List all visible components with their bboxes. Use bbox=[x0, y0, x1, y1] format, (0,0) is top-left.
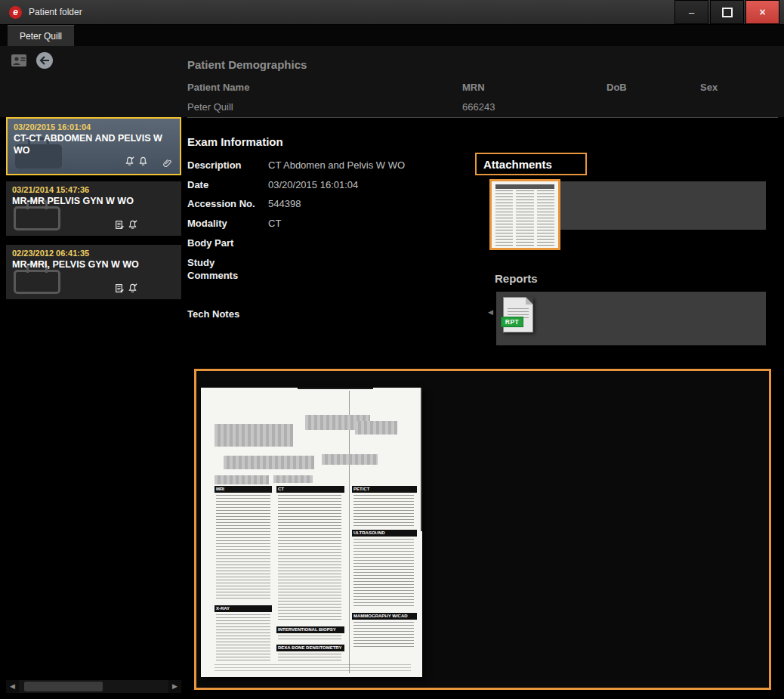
blur-region bbox=[215, 475, 269, 484]
scan-artifact-line bbox=[298, 388, 373, 389]
doc-section-header: DEXA BONE DENSITOMETRY bbox=[276, 645, 344, 651]
doc-text-lines bbox=[278, 636, 341, 642]
demo-value-patient-name: Peter Quill bbox=[187, 101, 233, 113]
demo-header-sex: Sex bbox=[700, 82, 718, 93]
close-icon: × bbox=[759, 6, 765, 18]
scrollbar-thumb[interactable] bbox=[24, 682, 103, 691]
notes-icon bbox=[114, 220, 124, 230]
demo-header-dob: DoB bbox=[607, 82, 627, 93]
study-item[interactable]: 02/23/2012 06:41:35 MR-MRI, PELVIS GYN W… bbox=[6, 245, 181, 299]
window-title: Patient folder bbox=[29, 7, 82, 17]
doc-text-lines bbox=[353, 495, 414, 527]
attachments-title-box: Attachments bbox=[475, 153, 587, 175]
maximize-button[interactable] bbox=[710, 0, 744, 24]
study-name: MR-MRI, PELVIS GYN W WO bbox=[12, 259, 172, 271]
back-arrow-icon bbox=[39, 56, 50, 65]
study-date: 03/20/2015 16:01:04 bbox=[14, 122, 91, 131]
doc-text-lines bbox=[278, 495, 341, 622]
field-label-study-comments: Study Comments bbox=[187, 257, 263, 283]
study-date: 03/21/2014 15:47:36 bbox=[12, 185, 89, 194]
attachments-title: Attachments bbox=[483, 158, 552, 171]
doc-section-header: MRI bbox=[215, 486, 272, 493]
doc-section-header: INTERVENTIONAL BIOPSY bbox=[276, 626, 344, 633]
bell-check-icon bbox=[128, 220, 137, 230]
doc-section-header: CT bbox=[276, 486, 344, 493]
patient-card-icon bbox=[11, 53, 27, 68]
blur-region bbox=[273, 475, 313, 483]
study-status-icons bbox=[114, 283, 137, 293]
paperclip-icon bbox=[163, 158, 172, 168]
doc-section-header: PET/CT bbox=[352, 486, 417, 493]
doc-section-header: ULTRASOUND bbox=[352, 530, 417, 537]
scroll-right-icon: ▶ bbox=[172, 682, 177, 690]
study-date: 02/23/2012 06:41:35 bbox=[12, 249, 89, 258]
doc-section-header: X-RAY bbox=[215, 605, 272, 612]
briefcase-icon bbox=[14, 270, 60, 294]
study-status-icons bbox=[114, 220, 137, 230]
demo-header-mrn: MRN bbox=[462, 82, 485, 93]
field-value-accession: 544398 bbox=[268, 198, 301, 209]
bell-check-icon bbox=[125, 156, 134, 166]
doc-text-lines bbox=[353, 622, 414, 649]
scroll-right-button[interactable]: ▶ bbox=[168, 680, 181, 693]
study-status-icons bbox=[125, 156, 148, 166]
blur-region bbox=[215, 424, 293, 447]
attachment-thumbnail-preview bbox=[494, 184, 556, 246]
field-label-description: Description bbox=[187, 159, 263, 172]
doc-text-lines bbox=[216, 614, 270, 661]
study-list-scrollbar[interactable]: ◀ ▶ bbox=[6, 680, 181, 693]
doc-section-header: MAMMOGRAPHY W/CAD bbox=[352, 613, 417, 620]
close-button[interactable]: × bbox=[745, 0, 779, 24]
study-item[interactable]: 03/20/2015 16:01:04 CT-CT ABDOMEN AND PE… bbox=[6, 117, 181, 175]
attachment-preview-panel: MRI CT PET/CT ULTRASOUND X-RAY MAMMOGRAP… bbox=[194, 369, 771, 690]
study-name: MR-MR PELVIS GYN W WO bbox=[12, 196, 172, 208]
field-label-date: Date bbox=[187, 179, 263, 192]
maximize-icon bbox=[722, 8, 733, 17]
attachment-thumbnail[interactable] bbox=[489, 179, 560, 250]
demo-header-patient-name: Patient Name bbox=[187, 82, 249, 93]
blur-region bbox=[224, 456, 314, 469]
field-value-description: CT Abdomen and Pelvis W WO bbox=[268, 159, 405, 171]
blur-region bbox=[322, 454, 378, 465]
field-value-modality: CT bbox=[268, 218, 281, 229]
exam-information-title: Exam Information bbox=[187, 135, 283, 148]
scan-page-edge bbox=[421, 388, 422, 531]
rpt-badge: RPT bbox=[501, 317, 523, 327]
patient-demographics-title: Patient Demographics bbox=[187, 58, 307, 71]
reports-panel bbox=[496, 292, 766, 345]
reports-title: Reports bbox=[495, 272, 538, 285]
minimize-button[interactable]: – bbox=[674, 0, 708, 24]
demo-value-mrn: 666243 bbox=[462, 101, 495, 113]
blur-region bbox=[355, 421, 397, 435]
doc-text-lines bbox=[278, 654, 341, 661]
scanned-document: MRI CT PET/CT ULTRASOUND X-RAY MAMMOGRAP… bbox=[201, 388, 422, 677]
tab-peter-quill[interactable]: Peter Quill bbox=[8, 25, 74, 46]
scroll-left-button[interactable]: ◀ bbox=[6, 680, 19, 693]
patient-card-button[interactable] bbox=[11, 53, 27, 68]
field-label-modality: Modality bbox=[187, 218, 263, 230]
report-item[interactable]: RPT bbox=[503, 297, 533, 332]
patient-folder-window: e Patient folder – × Peter Quill Patient… bbox=[0, 0, 784, 699]
doc-text-lines bbox=[215, 664, 411, 673]
scroll-left-icon: ◀ bbox=[10, 682, 15, 690]
window-controls: – × bbox=[673, 0, 779, 25]
bell-icon bbox=[138, 156, 148, 166]
study-item[interactable]: 03/21/2014 15:47:36 MR-MR PELVIS GYN W W… bbox=[6, 181, 181, 236]
minimize-icon: – bbox=[689, 7, 694, 18]
tab-label: Peter Quill bbox=[20, 31, 62, 42]
field-label-body-part: Body Part bbox=[187, 237, 263, 250]
back-button[interactable] bbox=[36, 52, 53, 69]
study-name: CT-CT ABDOMEN AND PELVIS W WO bbox=[14, 133, 174, 156]
doc-text-lines bbox=[216, 495, 270, 601]
erad-logo-icon: e bbox=[9, 6, 22, 19]
field-value-date: 03/20/2015 16:01:04 bbox=[268, 179, 358, 190]
titlebar: e Patient folder – × bbox=[0, 0, 784, 25]
header-divider bbox=[187, 117, 778, 118]
header-panel bbox=[0, 46, 784, 117]
doc-text-lines bbox=[353, 539, 414, 608]
tab-bar: Peter Quill bbox=[0, 25, 784, 46]
briefcase-icon bbox=[14, 206, 60, 230]
field-label-accession: Accession No. bbox=[187, 198, 263, 211]
page-fold-line bbox=[349, 391, 350, 673]
reports-scroll-left-icon[interactable]: ◀ bbox=[488, 308, 493, 316]
